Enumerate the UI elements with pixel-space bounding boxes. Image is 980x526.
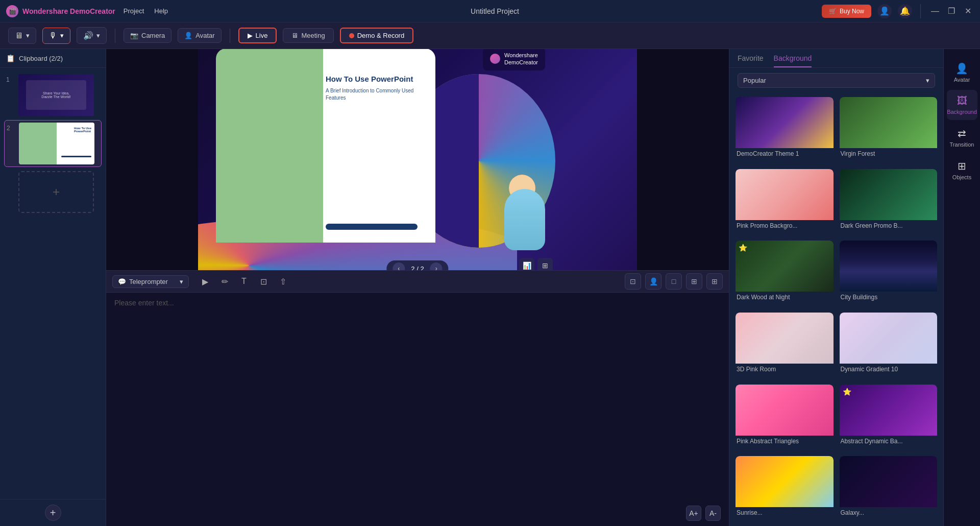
objects-panel-label: Objects [952, 174, 971, 180]
dark-wood-fav-icon: ⭐ [739, 244, 747, 252]
teleprompter-select[interactable]: 💬 Teleprompter ▾ [112, 275, 189, 288]
bg-thumb-3d-pink [736, 313, 834, 364]
avatar-body [504, 189, 545, 250]
demo-record-button[interactable]: Demo & Record [340, 28, 413, 43]
close-button[interactable]: ✕ [962, 5, 974, 17]
record-dot-icon [349, 33, 354, 38]
bg-item-pink-promo[interactable]: Pink Promo Backgro... [736, 169, 834, 235]
camera-button[interactable]: 📷 Camera [124, 28, 172, 43]
add-clip-button[interactable]: + [45, 505, 61, 521]
tp-text-button[interactable]: T [236, 273, 252, 290]
live-button[interactable]: ▶ Live [238, 28, 277, 43]
bg-thumb-dynamic-10 [840, 313, 938, 364]
tp-more-button[interactable]: ⊞ [706, 273, 723, 290]
screen-record-button[interactable]: 🖥 ▾ [8, 28, 36, 44]
bg-item-sunrise[interactable]: Sunrise... [736, 456, 834, 522]
tp-crop-button[interactable]: ⊡ [255, 273, 272, 290]
bg-label-3d-pink: 3D Pink Room [736, 364, 834, 376]
teleprompter-text-area[interactable]: Please enter text... A+ A- [106, 293, 729, 526]
page-next-button[interactable]: › [430, 262, 443, 270]
tp-grid-button[interactable]: ⊞ [686, 273, 702, 290]
objects-panel-icon: ⊞ [958, 160, 966, 172]
avatar-icon: 👤 [184, 32, 192, 39]
background-panel-icon: 🖼 [957, 95, 967, 107]
slide-list: 1 Share Your Idea,Dazzle The World! 2 Ho… [0, 68, 106, 499]
tab-background[interactable]: Background [774, 54, 812, 67]
app-logo-icon: 🎬 [6, 5, 18, 17]
tab-favorite[interactable]: Favorite [738, 54, 764, 67]
bg-item-abstract-dynamic[interactable]: ⭐ Abstract Dynamic Ba... [840, 385, 938, 450]
meeting-button[interactable]: 🖥 Meeting [283, 28, 333, 43]
menu-project[interactable]: Project [124, 7, 144, 15]
bg-item-3d-pink[interactable]: 3D Pink Room [736, 313, 834, 378]
bg-label-abstract-dynamic: Abstract Dynamic Ba... [840, 436, 938, 448]
menu-help[interactable]: Help [154, 7, 168, 15]
teleprompter-tools: ▶ ✏ T ⊡ ⇧ [197, 273, 291, 290]
bg-thumb-sunrise [736, 456, 834, 507]
meeting-icon: 🖥 [291, 32, 298, 39]
bg-label-dark-wood: Dark Wood at Night [736, 292, 834, 304]
tp-screen-button[interactable]: ⊡ [625, 273, 641, 290]
minimize-button[interactable]: — [929, 5, 941, 17]
canvas-logo: WondershareDemoCreator [483, 49, 545, 70]
slide-1-number: 1 [6, 74, 14, 83]
avatar-controls: 📊 ⊞ [519, 258, 553, 270]
teleprompter-placeholder: Please enter text... [114, 299, 174, 307]
volume-icon: 🔊 [83, 31, 93, 40]
bg-item-dark-wood[interactable]: ⭐ Dark Wood at Night [736, 241, 834, 306]
avatar-panel-label: Avatar [954, 77, 970, 83]
teleprompter-dropdown-icon: ▾ [180, 278, 183, 285]
tp-user-button[interactable]: 👤 [645, 273, 662, 290]
logo-text: WondershareDemoCreator [504, 52, 538, 66]
icon-panel-background[interactable]: 🖼 Background [947, 90, 977, 120]
icon-panel-avatar[interactable]: 👤 Avatar [947, 57, 977, 88]
bg-label-democreator: DemoCreator Theme 1 [736, 148, 834, 160]
bg-item-galaxy[interactable]: Galaxy... [840, 456, 938, 522]
avatar-settings-button[interactable]: 📊 [519, 258, 534, 270]
microphone-button[interactable]: 🎙 ▾ [42, 28, 70, 44]
tp-play-button[interactable]: ▶ [197, 273, 213, 290]
canvas-frame: How To Use PowerPoint A Brief Introducti… [198, 49, 637, 270]
bg-item-virgin-forest[interactable]: Virgin Forest [840, 97, 938, 163]
bg-filter-bar: Popular ▾ [729, 68, 943, 93]
bg-item-dynamic-10[interactable]: Dynamic Gradient 10 [840, 313, 938, 378]
bg-item-pink-abstract[interactable]: Pink Abstract Triangles [736, 385, 834, 450]
left-panel: 📋 Clipboard (2/2) 1 Share Your Idea,Dazz… [0, 49, 106, 526]
avatar-layout-button[interactable]: ⊞ [537, 258, 553, 270]
slide-2-thumbnail: How To UsePowerPoint [19, 123, 94, 164]
maximize-button[interactable]: ❐ [945, 5, 958, 17]
clipboard-icon: 📋 [6, 54, 15, 62]
bg-item-city[interactable]: City Buildings [840, 241, 938, 306]
slide-item-1[interactable]: 1 Share Your Idea,Dazzle The World! [4, 72, 102, 118]
font-larger-button[interactable]: A+ [686, 506, 701, 521]
titlebar-right: 🛒 Buy Now 👤 🔔 — ❐ ✕ [822, 4, 974, 18]
add-slide-placeholder[interactable]: + [18, 171, 94, 213]
user-icon[interactable]: 👤 [877, 4, 892, 18]
teleprompter-label: Teleprompter [129, 278, 168, 285]
page-prev-button[interactable]: ‹ [393, 262, 405, 270]
canvas-area: How To Use PowerPoint A Brief Introducti… [106, 49, 729, 270]
icon-panel-objects[interactable]: ⊞ Objects [947, 155, 977, 185]
avatar-toolbar-button[interactable]: 👤 Avatar [178, 28, 221, 43]
tp-fullscreen-button[interactable]: □ [666, 273, 682, 290]
volume-button[interactable]: 🔊 ▾ [77, 27, 107, 44]
bg-item-democreator[interactable]: DemoCreator Theme 1 [736, 97, 834, 163]
slide-1-thumbnail: Share Your Idea,Dazzle The World! [18, 74, 94, 116]
notification-icon[interactable]: 🔔 [898, 4, 912, 18]
add-slide-item[interactable]: + [4, 169, 102, 215]
icon-panel-transition[interactable]: ⇄ Transition [947, 122, 977, 153]
tp-share-button[interactable]: ⇧ [275, 273, 291, 290]
font-size-controls: A+ A- [686, 506, 721, 521]
tp-pen-button[interactable]: ✏ [216, 273, 233, 290]
bg-thumb-democreator [736, 97, 834, 148]
bg-thumb-abstract-dynamic: ⭐ [840, 385, 938, 436]
font-smaller-button[interactable]: A- [705, 506, 721, 521]
bg-thumb-pink-abstract [736, 385, 834, 436]
slide-item-2[interactable]: 2 How To UsePowerPoint [4, 120, 102, 167]
screen-icon: 🖥 [15, 31, 23, 40]
separator-1 [115, 29, 115, 43]
bg-filter-select[interactable]: Popular ▾ [738, 73, 935, 88]
buy-now-button[interactable]: 🛒 Buy Now [822, 5, 871, 18]
bg-thumb-galaxy [840, 456, 938, 507]
bg-item-dark-green[interactable]: Dark Green Promo B... [840, 169, 938, 235]
